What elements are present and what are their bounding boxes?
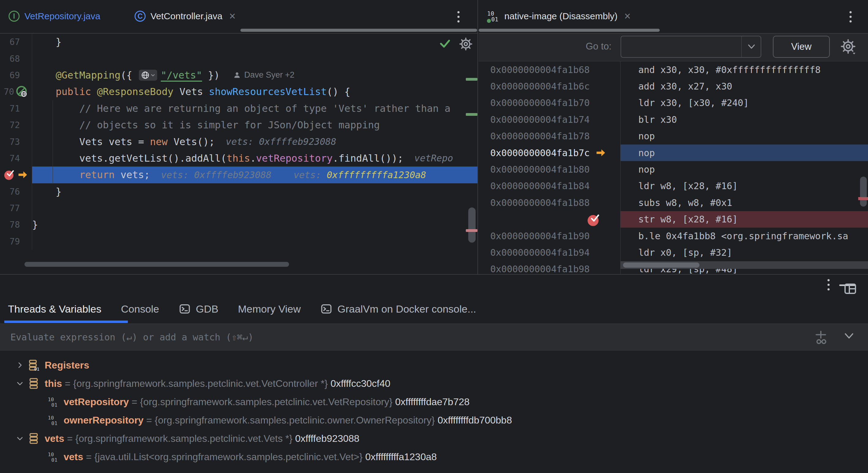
tab-threads-variables[interactable]: Threads & Variables: [8, 303, 101, 315]
chevron-right-icon[interactable]: [12, 361, 28, 369]
gutter-line-77[interactable]: 77: [0, 200, 32, 216]
evaluate-expression-input[interactable]: Evaluate expression (↵) or add a watch (…: [0, 324, 868, 350]
gutter-line-68[interactable]: 68: [0, 50, 32, 67]
chevron-down-icon[interactable]: [843, 332, 855, 341]
variable-type: {org.springframework.samples.petclinic.v…: [140, 396, 395, 408]
svg-text:01: 01: [491, 16, 498, 23]
editor-vertical-scrollbar[interactable]: [468, 207, 475, 243]
disassembly-row[interactable]: 0x0000000004fa1b84ldr w8, [x28, #16]: [479, 178, 868, 194]
code-line-72[interactable]: 72 // objects so it is simpler for JSon/…: [0, 117, 477, 133]
breakpoint-icon[interactable]: [3, 169, 15, 180]
tab-vetrepository[interactable]: I VetRepository.java: [8, 0, 100, 32]
close-icon[interactable]: ×: [229, 11, 236, 22]
code-text[interactable]: [32, 233, 477, 250]
inspections-ok-icon[interactable]: [439, 38, 451, 50]
variable-row-registers[interactable]: 01Registers: [0, 356, 868, 374]
disassembly-row[interactable]: 0x0000000004fa1b68and x30, x30, #0xfffff…: [479, 61, 868, 78]
disassembly-row[interactable]: 0x0000000004fa1b74blr x30: [479, 111, 868, 128]
disassembly-row[interactable]: 0x0000000004fa1b88subs w8, w8, #0x1: [479, 194, 868, 211]
url-globe-chip[interactable]: [139, 70, 157, 81]
code-line-79[interactable]: 79: [0, 233, 477, 250]
code-line-69[interactable]: 69 @GetMapping({ "/vets" })Dave Syer +2: [0, 67, 477, 83]
chevron-down-icon[interactable]: [12, 379, 28, 387]
git-author-hint[interactable]: Dave Syer +2: [233, 70, 294, 80]
tab-scrollbar[interactable]: [240, 29, 477, 32]
code-line-76[interactable]: 76 }: [0, 183, 477, 200]
disassembly-row[interactable]: 0x0000000004fa1b7cnop: [479, 144, 868, 161]
tab-memory-view[interactable]: Memory View: [238, 303, 301, 315]
code-text[interactable]: [32, 200, 477, 216]
editor-gear-icon[interactable]: [459, 37, 472, 52]
disassembly-table[interactable]: 0x0000000004fa1b68and x30, x30, #0xfffff…: [479, 61, 868, 274]
disassembly-row[interactable]: 0x0000000004fa1b78nop: [479, 128, 868, 144]
gutter-line-78[interactable]: 78: [0, 216, 32, 233]
code-editor[interactable]: 67 }6869 @GetMapping({ "/vets" })Dave Sy…: [0, 34, 477, 274]
code-text[interactable]: }: [32, 34, 477, 50]
inline-debugger-hint: vets: 0xffffeb923088: [215, 136, 336, 147]
tab-console[interactable]: Console: [121, 303, 159, 315]
tab-gdb[interactable]: GDB: [179, 303, 218, 315]
code-text[interactable]: // Here we are returning an object of ty…: [32, 100, 477, 117]
code-line-70[interactable]: 70 public @ResponseBody Vets showResourc…: [0, 83, 477, 100]
disassembly-gear-icon[interactable]: [840, 38, 856, 56]
variable-row-vets[interactable]: vets = {org.springframework.samples.petc…: [0, 429, 868, 448]
layout-settings-icon[interactable]: [843, 281, 858, 297]
gutter-line-79[interactable]: 79: [0, 233, 32, 250]
disassembly-row[interactable]: 0x0000000004fa1b90b.le 0x4fa1bb8 <org.sp…: [479, 228, 868, 244]
gutter-line-71[interactable]: 71: [0, 100, 32, 117]
code-line-67[interactable]: 67 }: [0, 34, 477, 50]
gutter-line-73[interactable]: 73: [0, 133, 32, 150]
code-line-71[interactable]: 71 // Here we are returning an object of…: [0, 100, 477, 117]
code-text[interactable]: }: [32, 183, 477, 200]
gutter-line-76[interactable]: 76: [0, 183, 32, 200]
endpoint-gutter-icon[interactable]: [16, 86, 28, 98]
scrollbar-thumb[interactable]: [623, 263, 700, 268]
variable-row-vets[interactable]: 1001vets = {java.util.List<org.springfra…: [0, 448, 868, 466]
close-icon[interactable]: ×: [624, 11, 631, 22]
gutter-line-75[interactable]: [0, 167, 32, 183]
view-button[interactable]: View: [773, 36, 830, 58]
disassembly-row[interactable]: 0x0000000004fa1b6cadd x30, x27, x30: [479, 78, 868, 94]
code-line-77[interactable]: 77: [0, 200, 477, 216]
disassembly-row[interactable]: 0x0000000004fa1b94ldr x0, [sp, #32]: [479, 244, 868, 261]
gutter-line-67[interactable]: 67: [0, 34, 32, 50]
code-line-78[interactable]: 78}: [0, 216, 477, 233]
kebab-menu-icon[interactable]: [848, 9, 853, 25]
tab-graalvm-docker-console[interactable]: GraalVm on Docker console...: [320, 303, 476, 315]
disassembly-row[interactable]: 0x0000000004fa1b70ldr x30, [x30, #240]: [479, 95, 868, 111]
chevron-down-icon[interactable]: [12, 435, 28, 442]
gutter-line-70[interactable]: 70: [0, 83, 32, 100]
kebab-menu-icon[interactable]: [456, 9, 461, 25]
variable-row-this[interactable]: this = {org.springframework.samples.petc…: [0, 374, 868, 393]
code-text[interactable]: }: [32, 216, 477, 233]
disassembly-horizontal-scrollbar[interactable]: [621, 261, 868, 269]
breakpoint-icon[interactable]: [587, 213, 600, 229]
code-line-75[interactable]: return vets; vets: 0xffffeb923088 vets: …: [0, 167, 477, 183]
disassembly-row[interactable]: str w8, [x28, #16]: [479, 211, 868, 228]
goto-address-combobox[interactable]: [621, 36, 761, 58]
code-text[interactable]: @GetMapping({ "/vets" })Dave Syer +2: [32, 67, 477, 83]
code-line-68[interactable]: 68: [0, 50, 477, 67]
code-text[interactable]: [32, 50, 477, 67]
disassembly-row[interactable]: 0x0000000004fa1b80nop: [479, 161, 868, 177]
tab-vetcontroller[interactable]: C VetController.java ×: [134, 0, 236, 32]
chevron-down-icon[interactable]: [747, 44, 756, 51]
variable-row-vetrepository[interactable]: 1001vetRepository = {org.springframework…: [0, 393, 868, 411]
gutter-line-74[interactable]: 74: [0, 150, 32, 167]
tab-native-image[interactable]: 10 01 native-image (Disassembly) ×: [485, 0, 631, 32]
code-line-74[interactable]: 74 vets.getVetList().addAll(this.vetRepo…: [0, 150, 477, 167]
gutter-line-69[interactable]: 69: [0, 67, 32, 83]
add-watch-icon[interactable]: [813, 329, 830, 346]
code-line-73[interactable]: 73 Vets vets = new Vets(); vets: 0xffffe…: [0, 133, 477, 150]
gutter-line-72[interactable]: 72: [0, 117, 32, 133]
kebab-menu-icon[interactable]: [827, 277, 831, 294]
editor-horizontal-scrollbar[interactable]: [25, 262, 289, 267]
code-text[interactable]: vets.getVetList().addAll(this.vetReposit…: [32, 150, 477, 167]
disassembly-vertical-scrollbar[interactable]: [860, 177, 867, 207]
tab-scrollbar[interactable]: [479, 29, 660, 32]
code-text[interactable]: return vets; vets: 0xffffeb923088 vets: …: [32, 167, 477, 183]
code-text[interactable]: Vets vets = new Vets(); vets: 0xffffeb92…: [32, 133, 477, 150]
code-text[interactable]: public @ResponseBody Vets showResourcesV…: [32, 83, 477, 100]
code-text[interactable]: // objects so it is simpler for JSon/Obj…: [32, 117, 477, 133]
variable-row-ownerrepository[interactable]: 1001ownerRepository = {org.springframewo…: [0, 411, 868, 429]
